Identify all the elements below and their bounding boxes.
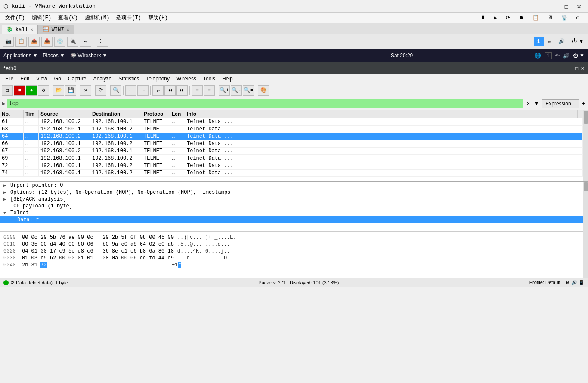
ws-options-btn[interactable]: ⚙ — [38, 85, 49, 96]
vmware-cd-btn[interactable]: 💿 — [54, 37, 65, 47]
table-row[interactable]: 69 … 192.168.100.1 192.168.100.2 TELNET … — [0, 155, 583, 162]
ws-scroll-btn[interactable]: ≡ — [204, 85, 215, 96]
expression-button[interactable]: Expression... — [542, 99, 579, 108]
ws-autoscroll-btn[interactable]: ≡ — [192, 85, 203, 96]
maximize-button[interactable]: ☐ — [561, 1, 572, 12]
cell-proto: TELNET — [142, 162, 170, 169]
vmware-tool-power[interactable]: ⏻ ▼ — [569, 37, 585, 46]
table-row[interactable]: 64 … 192.168.100.2 192.168.100.1 TELNET … — [0, 133, 583, 140]
filter-clear-btn[interactable]: ✕ — [525, 99, 532, 108]
detail-row-data[interactable]: Data: r — [0, 216, 583, 223]
vmware-tool-btn[interactable]: ⏸ — [477, 14, 489, 22]
kali-places-menu[interactable]: Places ▼ — [43, 53, 65, 59]
kali-pencil-icon[interactable]: ✏ — [555, 53, 560, 59]
detail-row-urgent[interactable]: ▶ Urgent pointer: 0 — [0, 182, 583, 189]
scrollbar-thumb[interactable] — [584, 111, 588, 124]
ws-menu-tools[interactable]: Tools — [200, 75, 219, 83]
ws-open-btn[interactable]: 📂 — [53, 85, 64, 96]
ws-stop-btn[interactable]: ■ — [14, 85, 25, 96]
ws-save-btn[interactable]: 💾 — [65, 85, 76, 96]
ws-prev-btn[interactable]: ← — [125, 85, 136, 96]
detail-scrollbar-thumb[interactable] — [584, 182, 588, 191]
kali-tab-close[interactable]: ✕ — [31, 27, 33, 32]
vmware-send-btn[interactable]: 📤 — [28, 37, 40, 47]
detail-row-telnet[interactable]: ▼ Telnet — [0, 210, 583, 216]
ws-zoom-in-btn[interactable]: 🔍+ — [219, 85, 230, 96]
ws-reload-btn[interactable]: ⟳ — [95, 85, 106, 96]
vmware-share-btn[interactable]: ↔ — [80, 37, 91, 47]
ws-menu-help[interactable]: Help — [219, 75, 236, 83]
table-row[interactable]: 67 … 192.168.100.2 192.168.100.1 TELNET … — [0, 148, 583, 155]
close-button[interactable]: ✕ — [573, 1, 585, 12]
ws-next-btn[interactable]: → — [137, 85, 149, 96]
ws-menu-file[interactable]: File — [2, 75, 17, 83]
table-row[interactable]: 63 … 192.168.100.1 192.168.100.2 TELNET … — [0, 126, 583, 133]
ws-zoom-out-btn[interactable]: 🔍- — [231, 85, 242, 96]
ws-goto-btn[interactable]: ↵ — [152, 85, 164, 96]
hex-scrollbar[interactable] — [583, 232, 588, 278]
kali-volume-icon[interactable]: 🔊 — [563, 53, 569, 59]
ws-minimize-btn[interactable]: — — [569, 65, 572, 72]
minimize-button[interactable]: — — [548, 1, 559, 12]
ws-zoom-reset-btn[interactable]: 🔍= — [243, 85, 254, 96]
vmware-tool-btn5[interactable]: 📋 — [529, 14, 542, 22]
ws-close-btn[interactable]: ✕ — [581, 65, 585, 72]
ws-menu-analyze[interactable]: Analyze — [90, 75, 115, 83]
detail-scrollbar[interactable] — [583, 182, 588, 232]
ws-menu-view[interactable]: View — [33, 75, 51, 83]
ws-start-btn[interactable]: ● — [26, 85, 37, 96]
vmware-tool-btn4[interactable]: ⏺ — [515, 14, 527, 22]
vmware-recv-btn[interactable]: 📥 — [41, 37, 53, 47]
detail-row-tcppayload[interactable]: TCP payload (1 byte) — [0, 203, 583, 210]
table-row[interactable]: 74 … 192.168.100.1 192.168.100.2 TELNET … — [0, 170, 583, 177]
vmware-tool-btn7[interactable]: 📡 — [558, 14, 571, 22]
tab-kali[interactable]: 🐉 kali ✕ — [2, 25, 38, 34]
ws-last-btn[interactable]: ⏭ — [176, 85, 188, 96]
vmware-tool-audio[interactable]: 🔊 — [556, 37, 567, 46]
ws-maximize-btn[interactable]: ☐ — [575, 65, 578, 72]
ws-menu-statistics[interactable]: Statistics — [115, 75, 142, 83]
kali-display-icon[interactable]: 1 — [545, 52, 552, 59]
vmware-tool-btn8[interactable]: ⚙ — [573, 14, 583, 22]
win7-tab-close[interactable]: ✕ — [67, 27, 69, 32]
ws-menu-telephony[interactable]: Telephony — [142, 75, 173, 83]
vmware-tool-btn2[interactable]: ▶ — [491, 14, 501, 22]
table-row[interactable]: 66 … 192.168.100.1 192.168.100.2 TELNET … — [0, 140, 583, 148]
detail-row-options[interactable]: ▶ Options: (12 bytes), No-Operation (NOP… — [0, 189, 583, 196]
vmware-menu-file[interactable]: 文件(F) — [2, 13, 28, 22]
table-row[interactable]: 72 … 192.168.100.1 192.168.100.2 TELNET … — [0, 162, 583, 170]
ws-menu-go[interactable]: Go — [51, 75, 65, 83]
ws-coloring-btn[interactable]: 🎨 — [258, 85, 269, 96]
ws-new-btn[interactable]: ◻ — [2, 85, 13, 96]
filter-input[interactable] — [7, 99, 523, 108]
kali-power-icon[interactable]: ⏻ ▼ — [573, 53, 585, 59]
tab-win7[interactable]: 🪟 WIN7 ✕ — [38, 25, 74, 34]
ws-first-btn[interactable]: ⏮ — [164, 85, 176, 96]
kali-applications-menu[interactable]: Applications ▼ — [3, 53, 38, 59]
vmware-menu-view[interactable]: 查看(V) — [55, 13, 81, 22]
filter-add-btn[interactable]: + — [581, 99, 586, 108]
ws-close-capture-btn[interactable]: ✕ — [80, 85, 91, 96]
ws-menu-edit[interactable]: Edit — [17, 75, 33, 83]
vmware-tool-btn3[interactable]: ⟳ — [502, 14, 514, 22]
ws-menu-capture[interactable]: Capture — [65, 75, 90, 83]
ws-menu-wireless[interactable]: Wireless — [173, 75, 200, 83]
filter-dropdown-btn[interactable]: ▼ — [533, 100, 540, 108]
vmware-menu-help[interactable]: 帮助(H) — [145, 13, 171, 22]
kali-network-icon[interactable]: 🌐 — [535, 53, 541, 59]
vmware-menu-vm[interactable]: 虚拟机(M) — [81, 13, 113, 22]
ws-find-btn[interactable]: 🔍 — [110, 85, 121, 96]
vmware-tool-edit[interactable]: ✏ — [545, 37, 554, 46]
kali-wireshark-menu[interactable]: 🦈 Wireshark ▼ — [70, 53, 108, 59]
detail-row-seqack[interactable]: ▶ [SEQ/ACK analysis] — [0, 196, 583, 203]
vmware-badge: 1 — [534, 37, 544, 46]
vmware-tool-btn6[interactable]: 🖥 — [544, 14, 556, 22]
vmware-snap-btn[interactable]: 📷 — [3, 37, 14, 47]
vmware-menu-edit[interactable]: 编辑(E) — [28, 13, 55, 22]
vmware-usb-btn[interactable]: 🔌 — [67, 37, 78, 47]
vmware-menu-tabs[interactable]: 选项卡(T) — [113, 13, 145, 22]
packet-list-scrollbar[interactable] — [583, 110, 588, 181]
vmware-fullscreen-btn[interactable]: ⛶ — [97, 37, 108, 47]
vmware-clone-btn[interactable]: 📋 — [15, 37, 27, 47]
table-row[interactable]: 61 … 192.168.100.2 192.168.100.1 TELNET … — [0, 118, 583, 126]
